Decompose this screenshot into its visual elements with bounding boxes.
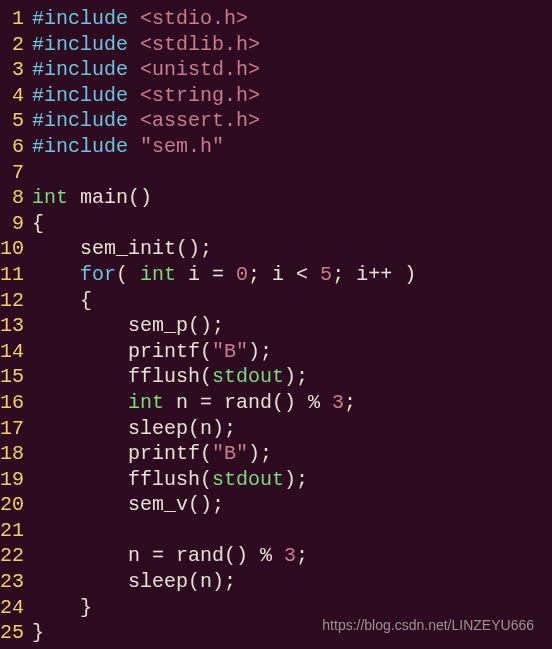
- code-content: printf("B");: [32, 339, 272, 365]
- code-line: 1#include <stdio.h>: [0, 6, 552, 32]
- line-number: 11: [0, 262, 32, 288]
- code-content: {: [32, 288, 92, 314]
- code-content: #include <unistd.h>: [32, 57, 260, 83]
- line-number: 24: [0, 595, 32, 621]
- line-number: 20: [0, 492, 32, 518]
- code-line: 11 for( int i = 0; i < 5; i++ ): [0, 262, 552, 288]
- code-content: {: [32, 211, 44, 237]
- line-number: 21: [0, 518, 32, 544]
- line-number: 9: [0, 211, 32, 237]
- code-content: sem_v();: [32, 492, 224, 518]
- code-content: #include <stdlib.h>: [32, 32, 260, 58]
- line-number: 17: [0, 416, 32, 442]
- code-content: #include "sem.h": [32, 134, 224, 160]
- line-number: 23: [0, 569, 32, 595]
- code-line: 12 {: [0, 288, 552, 314]
- code-line: 2#include <stdlib.h>: [0, 32, 552, 58]
- code-line: 14 printf("B");: [0, 339, 552, 365]
- code-line: 17 sleep(n);: [0, 416, 552, 442]
- code-content: int n = rand() % 3;: [32, 390, 356, 416]
- line-number: 8: [0, 185, 32, 211]
- code-content: }: [32, 595, 92, 621]
- code-line: 15 fflush(stdout);: [0, 364, 552, 390]
- line-number: 14: [0, 339, 32, 365]
- line-number: 1: [0, 6, 32, 32]
- line-number: 6: [0, 134, 32, 160]
- code-content: #include <string.h>: [32, 83, 260, 109]
- code-line: 20 sem_v();: [0, 492, 552, 518]
- line-number: 18: [0, 441, 32, 467]
- line-number: 22: [0, 543, 32, 569]
- code-line: 10 sem_init();: [0, 236, 552, 262]
- line-number: 19: [0, 467, 32, 493]
- code-content: for( int i = 0; i < 5; i++ ): [32, 262, 416, 288]
- code-line: 9{: [0, 211, 552, 237]
- code-line: 13 sem_p();: [0, 313, 552, 339]
- code-line: 6#include "sem.h": [0, 134, 552, 160]
- watermark-text: https://blog.csdn.net/LINZEYU666: [322, 617, 534, 635]
- code-content: int main(): [32, 185, 152, 211]
- line-number: 7: [0, 160, 32, 186]
- code-content: n = rand() % 3;: [32, 543, 308, 569]
- code-line: 21: [0, 518, 552, 544]
- code-line: 5#include <assert.h>: [0, 108, 552, 134]
- code-block: 1#include <stdio.h>2#include <stdlib.h>3…: [0, 6, 552, 646]
- code-content: #include <stdio.h>: [32, 6, 248, 32]
- line-number: 2: [0, 32, 32, 58]
- code-line: 23 sleep(n);: [0, 569, 552, 595]
- code-content: fflush(stdout);: [32, 467, 308, 493]
- code-line: 3#include <unistd.h>: [0, 57, 552, 83]
- code-content: sem_init();: [32, 236, 212, 262]
- line-number: 15: [0, 364, 32, 390]
- line-number: 16: [0, 390, 32, 416]
- line-number: 12: [0, 288, 32, 314]
- code-content: printf("B");: [32, 441, 272, 467]
- line-number: 4: [0, 83, 32, 109]
- code-line: 22 n = rand() % 3;: [0, 543, 552, 569]
- code-content: sem_p();: [32, 313, 224, 339]
- code-content: }: [32, 620, 44, 646]
- code-line: 16 int n = rand() % 3;: [0, 390, 552, 416]
- code-content: sleep(n);: [32, 416, 236, 442]
- line-number: 5: [0, 108, 32, 134]
- code-line: 8int main(): [0, 185, 552, 211]
- code-line: 7: [0, 160, 552, 186]
- line-number: 3: [0, 57, 32, 83]
- code-content: #include <assert.h>: [32, 108, 260, 134]
- code-line: 19 fflush(stdout);: [0, 467, 552, 493]
- code-content: sleep(n);: [32, 569, 236, 595]
- code-line: 4#include <string.h>: [0, 83, 552, 109]
- line-number: 13: [0, 313, 32, 339]
- line-number: 25: [0, 620, 32, 646]
- code-content: fflush(stdout);: [32, 364, 308, 390]
- code-line: 18 printf("B");: [0, 441, 552, 467]
- line-number: 10: [0, 236, 32, 262]
